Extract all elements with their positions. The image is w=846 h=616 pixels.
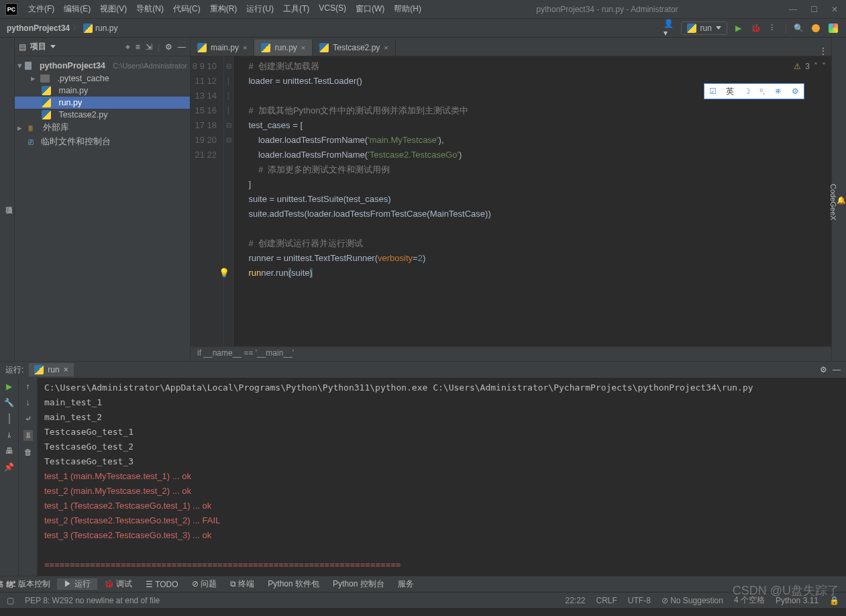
- chevron-down-icon[interactable]: [50, 45, 56, 48]
- bottom-tool-终端[interactable]: ⧉ 终端: [223, 578, 261, 590]
- run-config-selector[interactable]: run: [681, 21, 727, 35]
- project-panel-title: 项目: [30, 41, 46, 52]
- moon-icon[interactable]: ☽: [743, 87, 751, 96]
- bottom-tool-运行[interactable]: ▶ 运行: [57, 578, 97, 590]
- menu-item[interactable]: 视图(V): [96, 2, 131, 16]
- run-config-label: run: [700, 23, 712, 33]
- right-tool-strip[interactable]: 🔔 CodeGeeX: [831, 38, 846, 361]
- menu-item[interactable]: 运行(U): [242, 2, 278, 16]
- left-bottom-tabs[interactable]: 结构 书签: [0, 574, 15, 584]
- wrench-icon[interactable]: 🔧: [4, 398, 14, 407]
- softwrap-icon[interactable]: ⤶: [25, 414, 32, 423]
- hide-icon[interactable]: —: [178, 42, 186, 52]
- fold-column[interactable]: ⊟ │ │ │ ⊟ ⊟: [224, 56, 233, 346]
- menu-item[interactable]: 代码(C): [169, 2, 205, 16]
- pin-icon[interactable]: 📌: [4, 462, 14, 472]
- breadcrumb-file[interactable]: run.py: [95, 23, 117, 33]
- menu-item[interactable]: 工具(T): [279, 2, 313, 16]
- lightbulb-icon[interactable]: 💡: [219, 266, 229, 280]
- breadcrumb-project[interactable]: pythonProject34: [7, 23, 70, 33]
- project-tree[interactable]: ▾ pythonProject34 C:\Users\Administrator…: [15, 56, 190, 152]
- menu-item[interactable]: 编辑(E): [60, 2, 95, 16]
- editor-tab[interactable]: Testcase2.py×: [313, 40, 395, 56]
- layout-icon[interactable]: ⫰: [7, 430, 11, 440]
- comma-icon[interactable]: º,: [760, 87, 765, 96]
- gear-icon[interactable]: ⚙: [165, 42, 172, 52]
- down-icon[interactable]: ↓: [26, 398, 30, 407]
- search-icon[interactable]: 🔍: [792, 22, 804, 34]
- run-button[interactable]: ▶: [733, 22, 745, 34]
- close-icon[interactable]: ×: [243, 44, 247, 52]
- bottom-tool-问题[interactable]: ⊘ 问题: [185, 578, 223, 590]
- help-yellow-icon[interactable]: [810, 22, 822, 34]
- minimize-icon[interactable]: —: [789, 5, 797, 14]
- ime-check-icon[interactable]: ☑: [709, 87, 717, 96]
- scroll-icon[interactable]: ⥥: [23, 430, 33, 441]
- project-tool-icon[interactable]: ▤: [19, 42, 26, 52]
- editor-tab[interactable]: main.py×: [191, 40, 254, 56]
- close-icon[interactable]: ✕: [831, 5, 838, 14]
- up-icon[interactable]: ↑: [26, 382, 30, 391]
- target-icon[interactable]: ⌖: [125, 42, 130, 52]
- ime-floating-bar[interactable]: ☑ 英 ☽ º, ⛯ ⚙: [704, 83, 804, 99]
- gear-icon[interactable]: ⚙: [820, 365, 827, 374]
- trash-icon[interactable]: 🗑: [24, 448, 32, 457]
- python-file-icon: [319, 43, 329, 52]
- bottom-tool-Python 软件包[interactable]: Python 软件包: [261, 578, 326, 590]
- more-run-icon[interactable]: ⠇: [768, 22, 780, 34]
- status-crlf[interactable]: CRLF: [596, 596, 617, 605]
- status-hint: PEP 8: W292 no newline at end of file: [25, 596, 160, 605]
- print-icon[interactable]: 🖶: [5, 446, 13, 456]
- close-icon[interactable]: ×: [301, 44, 305, 52]
- debug-button[interactable]: 🐞: [750, 22, 762, 34]
- python-file-icon: [261, 43, 270, 52]
- bottom-tool-TODO[interactable]: ☰ TODO: [139, 580, 185, 589]
- python-file-icon: [197, 43, 207, 52]
- code-breadcrumb[interactable]: if __name__ == '__main__': [191, 346, 831, 361]
- close-icon[interactable]: ×: [384, 44, 388, 52]
- no-suggestion[interactable]: ⊘ No Suggestion: [662, 596, 723, 605]
- menu-item[interactable]: 窗口(W): [352, 2, 388, 16]
- rerun-icon[interactable]: ▶: [6, 382, 12, 391]
- bottom-tool-服务[interactable]: 服务: [391, 578, 421, 590]
- tabs-more-icon[interactable]: ⋮: [819, 46, 826, 56]
- caret-down-icon[interactable]: ˅: [822, 62, 826, 71]
- maximize-icon[interactable]: ☐: [810, 5, 818, 14]
- expand-icon[interactable]: ⇲: [146, 42, 152, 52]
- status-bar: ▢ PEP 8: W292 no newline at end of file …: [0, 592, 846, 608]
- tree-selected: run.py: [15, 97, 190, 109]
- run-tab[interactable]: run ×: [29, 363, 73, 376]
- editor-tab[interactable]: run.py×: [254, 40, 313, 56]
- bottom-tool-调试[interactable]: 🐞 调试: [97, 578, 139, 590]
- stop-icon[interactable]: [9, 414, 10, 423]
- menu-item[interactable]: 重构(R): [206, 2, 242, 16]
- folder-icon: [40, 74, 50, 83]
- status-encoding[interactable]: UTF-8: [628, 596, 651, 605]
- menu-item[interactable]: 导航(N): [132, 2, 168, 16]
- bottom-tool-Python 控制台[interactable]: Python 控制台: [326, 578, 391, 590]
- collapse-icon[interactable]: ≡: [136, 42, 140, 52]
- line-gutter: 8 9 10 11 12 13 14 15 16 17 18 19 20 21 …: [191, 56, 224, 346]
- menu-item[interactable]: 帮助(H): [390, 2, 425, 16]
- bottom-tool-bar: ⎇ 版本控制▶ 运行🐞 调试☰ TODO⊘ 问题⧉ 终端Python 软件包Py…: [0, 576, 846, 592]
- hide-icon[interactable]: —: [833, 365, 841, 374]
- colorsquare-icon[interactable]: [827, 22, 839, 34]
- code-editor[interactable]: # 创建测试加载器 loader = unittest.TestLoader()…: [233, 56, 831, 346]
- python-file-icon: [42, 98, 51, 107]
- close-icon[interactable]: ×: [64, 365, 68, 374]
- gear-icon[interactable]: ⚙: [792, 87, 799, 96]
- person-icon[interactable]: ⛯: [774, 87, 782, 96]
- status-rect-icon[interactable]: ▢: [7, 596, 14, 605]
- console-output[interactable]: C:\Users\Administrator\AppData\Local\Pro…: [38, 378, 846, 576]
- python-file-icon: [42, 110, 51, 119]
- left-tool-strip[interactable]: 项目: [0, 38, 15, 361]
- python-file-icon: [34, 365, 44, 374]
- menu-item[interactable]: 文件(F): [24, 2, 58, 16]
- menu-item[interactable]: VCS(S): [315, 2, 350, 16]
- caret-up-icon[interactable]: ˄: [814, 62, 818, 71]
- python-file-icon: [687, 23, 696, 33]
- watermark: CSDN @U盘失踪了: [733, 582, 839, 599]
- window-title: pythonProject34 - run.py - Administrator: [425, 5, 789, 14]
- user-dropdown-icon[interactable]: 👤▾: [664, 22, 676, 34]
- inspection-status[interactable]: ⚠ 3 ˄ ˅: [794, 62, 826, 71]
